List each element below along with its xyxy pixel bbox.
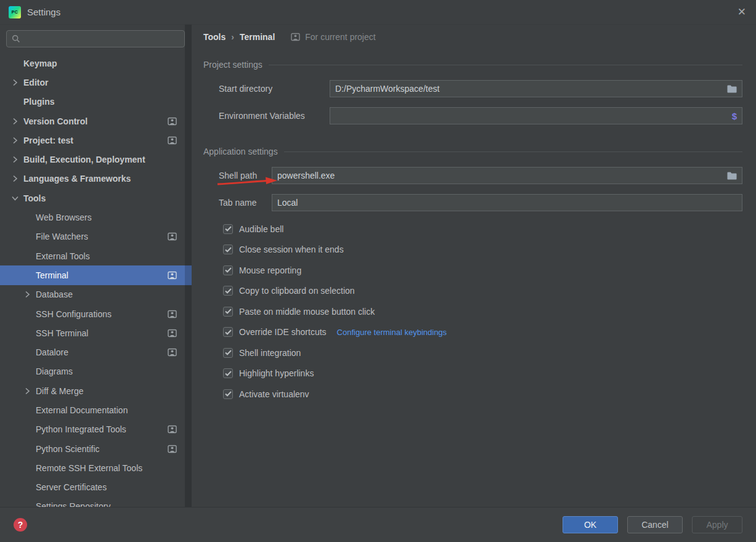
folder-icon[interactable] (727, 85, 737, 93)
option-row-highlight-hyperlinks[interactable]: Highlight hyperlinks (223, 363, 742, 384)
checkbox[interactable] (223, 224, 233, 234)
shell-path-field[interactable] (272, 167, 742, 184)
sidebar-item-diagrams[interactable]: Diagrams (0, 362, 192, 381)
sidebar-item-datalore[interactable]: Datalore (0, 342, 192, 362)
for-current-project-icon (168, 425, 177, 434)
option-row-activate-virtualenv[interactable]: Activate virtualenv (223, 384, 742, 405)
tab-name-row: Tab name (219, 194, 742, 211)
checkbox-label: Audible bell (239, 224, 283, 234)
insert-variable-dollar-icon[interactable]: $ (732, 111, 737, 121)
sidebar-item-label: SSH Terminal (36, 328, 88, 338)
sidebar-item-label: External Tools (36, 251, 90, 261)
chevron-right-icon[interactable] (12, 175, 23, 182)
sidebar-item-remote-ssh-external-tools[interactable]: Remote SSH External Tools (0, 458, 192, 477)
close-icon[interactable]: ✕ (738, 7, 746, 17)
sidebar-item-version-control[interactable]: Version Control (0, 111, 192, 131)
option-row-mouse-reporting[interactable]: Mouse reporting (223, 260, 742, 281)
breadcrumb-terminal: Terminal (240, 32, 275, 42)
section-title: Project settings (203, 60, 262, 70)
sidebar-item-terminal[interactable]: Terminal (0, 265, 192, 285)
sidebar-item-languages-frameworks[interactable]: Languages & Frameworks (0, 169, 192, 188)
chevron-right-icon[interactable] (12, 118, 23, 125)
checkbox[interactable] (223, 348, 233, 358)
apply-button[interactable]: Apply (692, 516, 742, 533)
sidebar-item-editor[interactable]: Editor (0, 73, 192, 92)
sidebar-item-python-integrated-tools[interactable]: Python Integrated Tools (0, 420, 192, 439)
sidebar-item-web-browsers[interactable]: Web Browsers (0, 208, 192, 227)
checkbox[interactable] (223, 389, 233, 399)
sidebar-item-python-scientific[interactable]: Python Scientific (0, 439, 192, 458)
checkbox-label: Highlight hyperlinks (239, 368, 314, 378)
ok-button[interactable]: OK (563, 516, 618, 533)
checkbox[interactable] (223, 286, 233, 296)
chevron-right-icon[interactable] (12, 79, 23, 86)
sidebar-item-label: Remote SSH External Tools (36, 463, 142, 473)
for-current-project-icon (168, 329, 177, 338)
settings-search-box[interactable] (6, 30, 185, 47)
sidebar-item-label: SSH Configurations (36, 309, 112, 319)
chevron-down-icon[interactable] (12, 195, 23, 202)
option-row-close-session-when-it-ends[interactable]: Close session when it ends (223, 240, 742, 261)
start-directory-field[interactable] (330, 80, 742, 97)
scope-indicator: For current project (291, 32, 375, 42)
tab-name-input[interactable] (277, 198, 737, 208)
sidebar-item-project-test[interactable]: Project: test (0, 131, 192, 150)
checkbox-label: Paste on middle mouse button click (239, 307, 375, 317)
option-row-override-ide-shortcuts[interactable]: Override IDE shortcutsConfigure terminal… (223, 322, 742, 343)
sidebar-item-keymap[interactable]: Keymap (0, 54, 192, 73)
configure-terminal-keybindings-link[interactable]: Configure terminal keybindings (337, 328, 447, 337)
chevron-right-icon[interactable] (12, 137, 23, 144)
for-current-project-icon (168, 271, 177, 280)
footer-buttons: OK Cancel Apply (563, 516, 742, 533)
option-row-audible-bell[interactable]: Audible bell (223, 219, 742, 240)
sidebar-item-label: External Documentation (36, 405, 128, 415)
sidebar-item-plugins[interactable]: Plugins (0, 92, 192, 111)
option-row-paste-on-middle-mouse-button-click[interactable]: Paste on middle mouse button click (223, 301, 742, 322)
sidebar-item-label: Python Scientific (36, 444, 100, 454)
sidebar-item-external-documentation[interactable]: External Documentation (0, 400, 192, 419)
sidebar-item-ssh-configurations[interactable]: SSH Configurations (0, 304, 192, 323)
sidebar-item-settings-repository[interactable]: Settings Repository (0, 497, 192, 507)
cancel-button[interactable]: Cancel (627, 516, 683, 533)
environment-variables-label: Environment Variables (219, 111, 330, 121)
checkbox-label: Copy to clipboard on selection (239, 286, 355, 296)
environment-variables-field[interactable]: $ (330, 107, 742, 124)
window-title: Settings (27, 7, 60, 17)
chevron-right-icon[interactable] (12, 156, 23, 163)
search-icon (12, 34, 20, 43)
chevron-right-icon[interactable] (25, 387, 36, 395)
sidebar-item-label: File Watchers (36, 232, 88, 241)
sidebar-item-label: Terminal (36, 270, 68, 280)
start-directory-input[interactable] (335, 84, 722, 94)
sidebar-item-ssh-terminal[interactable]: SSH Terminal (0, 323, 192, 342)
sidebar-item-server-certificates[interactable]: Server Certificates (0, 478, 192, 497)
chevron-right-icon[interactable] (25, 291, 36, 298)
sidebar-item-file-watchers[interactable]: File Watchers (0, 227, 192, 246)
environment-variables-input[interactable] (335, 111, 727, 121)
checkbox[interactable] (223, 327, 233, 337)
tab-name-field[interactable] (272, 194, 742, 211)
sidebar-item-database[interactable]: Database (0, 285, 192, 304)
option-row-copy-to-clipboard-on-selection[interactable]: Copy to clipboard on selection (223, 281, 742, 302)
sidebar-item-diff-merge[interactable]: Diff & Merge (0, 381, 192, 400)
tab-name-label: Tab name (219, 198, 272, 208)
checkbox[interactable] (223, 245, 233, 254)
sidebar-item-tools[interactable]: Tools (0, 188, 192, 208)
checkbox[interactable] (223, 368, 233, 378)
section-divider (284, 152, 742, 152)
help-icon[interactable]: ? (14, 518, 27, 532)
option-row-shell-integration[interactable]: Shell integration (223, 342, 742, 363)
sidebar-item-label: Version Control (23, 116, 87, 126)
search-input[interactable] (24, 34, 179, 44)
checkbox-label: Activate virtualenv (239, 389, 309, 399)
checkbox-label: Shell integration (239, 348, 301, 358)
breadcrumb-tools[interactable]: Tools (203, 32, 226, 42)
folder-icon[interactable] (727, 172, 737, 180)
checkbox[interactable] (223, 265, 233, 275)
sidebar-scrollbar[interactable] (185, 25, 192, 507)
checkbox[interactable] (223, 307, 233, 317)
shell-path-label: Shell path (219, 171, 272, 180)
sidebar-item-build-execution-deployment[interactable]: Build, Execution, Deployment (0, 150, 192, 169)
sidebar-item-external-tools[interactable]: External Tools (0, 246, 192, 265)
shell-path-input[interactable] (277, 171, 722, 180)
